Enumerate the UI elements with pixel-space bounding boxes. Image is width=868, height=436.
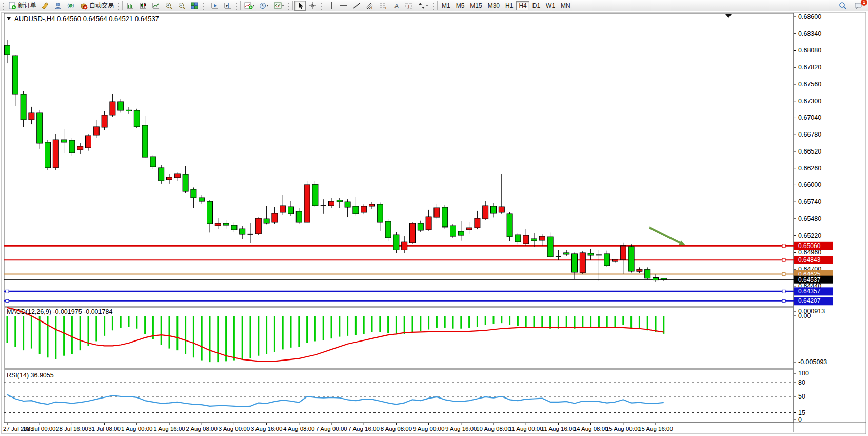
line-handle[interactable] — [782, 244, 785, 248]
indicators-button[interactable] — [242, 1, 257, 11]
auto-scroll-button[interactable] — [209, 1, 221, 11]
signals-button[interactable] — [65, 1, 77, 11]
candle-bullish — [410, 223, 416, 243]
price-tick-label: 0.68080 — [798, 47, 821, 54]
candle-bullish — [466, 228, 472, 230]
toolbar-grip[interactable] — [3, 2, 5, 10]
candle-bearish — [118, 102, 124, 110]
rsi-axis-label: 15 — [798, 409, 805, 416]
new-order-button[interactable]: 新订单 — [6, 1, 38, 11]
styler-button[interactable] — [39, 1, 51, 11]
chart-shift-button[interactable] — [222, 1, 234, 11]
line-handle[interactable] — [782, 299, 785, 302]
toolbar-grip[interactable] — [202, 2, 204, 10]
pane-macd[interactable] — [4, 308, 794, 368]
price-tick-label: 0.68600 — [798, 13, 821, 21]
candle-bearish — [653, 278, 659, 280]
zoom-out-button[interactable] — [175, 1, 188, 11]
timeframe-m1[interactable]: M1 — [439, 1, 453, 10]
candle-bearish — [183, 174, 188, 191]
templates-button[interactable] — [272, 1, 286, 11]
time-tick-label: 9 Aug 16:00 — [445, 426, 477, 432]
macd-axis-label: -0.005093 — [798, 358, 827, 366]
crosshair-tool-button[interactable] — [306, 1, 319, 11]
price-tick-label: 0.65220 — [798, 232, 821, 239]
auto-trading-label: 自动交易 — [89, 1, 114, 10]
candle-bullish — [110, 102, 115, 115]
equidistant-channel-tool[interactable]: E — [363, 1, 377, 11]
candle-bearish — [240, 229, 245, 234]
profile-button[interactable] — [52, 1, 64, 11]
vertical-line-tool[interactable] — [327, 1, 337, 11]
line-chart-button[interactable] — [150, 1, 162, 11]
candle-doji — [248, 234, 253, 235]
arrows-tool[interactable] — [416, 1, 431, 11]
candle-bullish — [620, 246, 626, 260]
candle-bearish — [159, 168, 164, 181]
candle-bullish — [475, 218, 480, 228]
candle-doji — [321, 205, 326, 206]
price-tick-label: 0.67300 — [798, 98, 821, 105]
fibonacci-tool[interactable]: F — [377, 1, 390, 11]
horizontal-line-tool[interactable] — [338, 1, 350, 11]
time-tick-label: 1 Aug 16:00 — [153, 426, 185, 432]
candle-bearish — [353, 206, 359, 214]
text-label-tool[interactable]: T — [403, 1, 415, 11]
price-label-text: 0.65060 — [798, 242, 821, 250]
toolbar-grip[interactable] — [320, 2, 322, 10]
time-tick-label: 2 Aug 08:00 — [186, 426, 217, 432]
cursor-tool-button[interactable] — [294, 1, 306, 11]
pane-price[interactable] — [4, 13, 794, 306]
horizontal-line-icon — [340, 2, 348, 10]
bar-chart-button[interactable] — [124, 1, 136, 11]
timeframe-mn[interactable]: MN — [558, 1, 573, 10]
separator — [207, 1, 207, 10]
text-tool[interactable]: A — [391, 1, 402, 11]
candle-bearish — [564, 253, 569, 254]
candle-bearish — [126, 110, 132, 111]
rsi-label: RSI(14) 36.9055 — [7, 372, 54, 379]
timeframes-menu-button[interactable] — [257, 1, 271, 11]
candle-bullish — [167, 177, 172, 180]
timeframe-d1[interactable]: D1 — [530, 1, 543, 10]
timeframe-m15[interactable]: M15 — [467, 1, 484, 10]
main-toolbar: 新订单 自动交易 — [0, 0, 868, 11]
toolbar-grip[interactable] — [117, 2, 120, 10]
candle-bullish — [523, 235, 529, 244]
line-handle[interactable] — [782, 258, 785, 261]
candle-bearish — [442, 207, 448, 227]
trendline-tool[interactable] — [350, 1, 363, 11]
candle-bearish — [531, 239, 537, 241]
candle-bearish — [458, 231, 464, 235]
timeframe-m5[interactable]: M5 — [453, 1, 467, 10]
timeframe-h1[interactable]: H1 — [503, 1, 516, 10]
line-handle[interactable] — [782, 273, 785, 276]
timeframe-h4[interactable]: H4 — [516, 1, 529, 10]
candle-bearish — [393, 235, 399, 250]
svg-text:F: F — [385, 6, 387, 10]
auto-trading-button[interactable]: 自动交易 — [77, 1, 116, 11]
candlestick-chart-button[interactable] — [137, 1, 149, 11]
timeframe-m30[interactable]: M30 — [485, 1, 502, 10]
toolbar-grip[interactable] — [235, 2, 238, 10]
timeframe-w1[interactable]: W1 — [543, 1, 558, 10]
chart-canvas[interactable]: 0.686000.683400.680800.678200.675600.673… — [0, 11, 868, 436]
zoom-out-icon — [177, 2, 186, 10]
chat-button[interactable]: 1 — [852, 1, 865, 11]
search-button[interactable] — [837, 1, 849, 11]
tile-windows-button[interactable] — [188, 1, 201, 11]
candle-bullish — [434, 208, 440, 217]
candle-bearish — [207, 201, 213, 224]
line-handle[interactable] — [6, 290, 9, 293]
text-icon: A — [393, 2, 400, 10]
candle-bearish — [450, 226, 456, 236]
candle-bearish — [604, 254, 610, 266]
toolbar-grip[interactable] — [288, 2, 290, 10]
line-handle[interactable] — [782, 290, 785, 293]
svg-text:A: A — [394, 2, 399, 9]
time-tick-label: 3 Aug 00:00 — [219, 426, 250, 432]
line-handle[interactable] — [6, 299, 9, 302]
zoom-in-button[interactable] — [163, 1, 175, 11]
time-tick-label: 28 Jul 00:00 — [24, 426, 56, 432]
toolbar-grip[interactable] — [432, 2, 435, 10]
